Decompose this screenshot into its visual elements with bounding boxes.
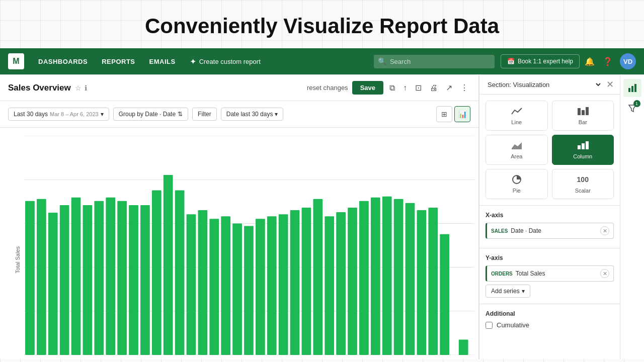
nav-emails[interactable]: EMAILS — [143, 55, 182, 68]
right-panel: Section: Visualization ✕ Line — [479, 75, 620, 359]
svg-rect-20 — [117, 201, 127, 355]
svg-rect-33 — [267, 216, 277, 355]
viz-type-pie[interactable]: Pie — [486, 169, 548, 199]
viz-type-scalar[interactable]: 100 Scalar — [552, 169, 614, 199]
column-icon — [577, 140, 589, 150]
group-by-label: Group by Date · Date — [119, 111, 176, 118]
svg-rect-18 — [94, 201, 104, 355]
svg-rect-40 — [348, 208, 357, 355]
filter-label: Filter — [198, 111, 211, 118]
svg-rect-19 — [106, 198, 115, 355]
svg-rect-49 — [459, 340, 468, 355]
viz-type-bar[interactable]: Bar — [552, 101, 614, 131]
svg-rect-70 — [628, 88, 630, 92]
svg-rect-67 — [582, 143, 585, 149]
date-range-button[interactable]: Last 30 days Mar 8 – Apr 6, 2023 ▾ — [8, 108, 109, 121]
nav-dashboards[interactable]: DASHBOARDS — [32, 55, 94, 68]
info-icon[interactable]: ℹ — [85, 84, 87, 92]
filter-button[interactable]: Filter — [192, 108, 217, 121]
bar-icon — [577, 106, 589, 116]
svg-rect-27 — [198, 210, 208, 355]
section-select[interactable]: Section: Visualization — [486, 80, 602, 89]
cumulative-label: Cumulative — [497, 321, 529, 329]
share-icon[interactable]: ↑ — [401, 81, 409, 95]
svg-rect-44 — [394, 199, 404, 355]
sparkle-icon: ✦ — [190, 57, 196, 66]
navbar-logo[interactable]: M — [8, 53, 24, 69]
viz-label-line: Line — [511, 119, 522, 125]
viz-label-bar: Bar — [579, 119, 587, 125]
icon-strip: 1 — [620, 75, 644, 359]
y-axis-label: Total Sales — [15, 246, 21, 274]
y-axis-remove-button[interactable]: ✕ — [600, 269, 609, 278]
reset-changes-button[interactable]: reset changes — [307, 84, 348, 92]
create-custom-report-button[interactable]: ✦ Create custom report — [184, 54, 267, 69]
visualization-icon[interactable] — [623, 79, 641, 97]
svg-rect-22 — [140, 205, 150, 355]
star-icon[interactable]: ☆ — [75, 84, 82, 92]
svg-rect-45 — [406, 203, 415, 355]
more-options-icon[interactable]: ⋮ — [458, 81, 470, 95]
date-range-label: Last 30 days — [14, 111, 48, 118]
search-wrap: 🔍 — [374, 55, 495, 68]
save-button[interactable]: Save — [352, 81, 383, 95]
chart-area: Total Sales 10k 8k 6k 4k 2k 0 — [0, 128, 478, 359]
svg-rect-32 — [256, 219, 265, 355]
svg-rect-64 — [582, 110, 585, 115]
svg-rect-41 — [359, 201, 369, 355]
svg-rect-71 — [631, 86, 633, 92]
viz-type-area[interactable]: Area — [486, 135, 548, 165]
chevron-down-icon: ▾ — [101, 111, 104, 118]
filter-strip-icon[interactable]: 1 — [623, 99, 641, 117]
add-series-button[interactable]: Add series ▾ — [486, 285, 530, 298]
svg-rect-47 — [428, 208, 438, 355]
viz-label-scalar: Scalar — [575, 188, 591, 194]
book-expert-button[interactable]: 📅 Book 1:1 expert help — [501, 54, 580, 68]
x-axis-value: Date · Date — [511, 227, 600, 234]
nav-reports[interactable]: REPORTS — [96, 55, 141, 68]
report-header-icons: ☆ ℹ — [75, 84, 87, 92]
svg-rect-43 — [382, 197, 392, 355]
table-view-button[interactable]: ⊞ — [436, 106, 452, 122]
cumulative-checkbox[interactable] — [486, 322, 493, 329]
svg-rect-13 — [37, 199, 46, 355]
svg-rect-29 — [221, 216, 230, 355]
x-axis-remove-button[interactable]: ✕ — [600, 226, 609, 235]
chevron-down-icon-2: ▾ — [275, 111, 278, 118]
svg-rect-35 — [290, 210, 300, 355]
additional-section: Additional Cumulative — [479, 304, 620, 335]
search-icon: 🔍 — [378, 57, 386, 65]
notifications-button[interactable]: 🔔 — [582, 53, 598, 69]
viz-label-column: Column — [573, 153, 592, 159]
filter-badge: 1 — [633, 100, 640, 107]
external-link-icon[interactable]: ↗ — [444, 81, 454, 95]
svg-rect-23 — [152, 190, 162, 355]
help-button[interactable]: ❓ — [600, 53, 616, 69]
svg-rect-15 — [60, 205, 69, 355]
svg-rect-12 — [25, 201, 35, 355]
add-series-label: Add series — [491, 288, 520, 295]
svg-rect-46 — [417, 210, 427, 355]
date-filter-button[interactable]: Date last 30 days ▾ — [221, 108, 284, 121]
svg-rect-31 — [244, 226, 254, 355]
search-input[interactable] — [374, 55, 495, 68]
navbar: M DASHBOARDS REPORTS EMAILS ✦ Create cus… — [0, 48, 644, 74]
sort-icon: ⇅ — [178, 111, 183, 118]
viz-type-column[interactable]: Column — [552, 135, 614, 165]
y-axis-field: ORDERS Total Sales ✕ — [486, 265, 614, 282]
chart-view-button[interactable]: 📊 — [454, 106, 470, 122]
embed-icon[interactable]: ⊡ — [413, 81, 424, 95]
right-panel-header: Section: Visualization ✕ — [479, 75, 620, 95]
close-panel-button[interactable]: ✕ — [606, 79, 614, 90]
print-icon[interactable]: 🖨 — [428, 81, 440, 95]
area-icon — [511, 140, 523, 150]
group-by-button[interactable]: Group by Date · Date ⇅ — [113, 108, 188, 121]
avatar[interactable]: VD — [620, 53, 636, 69]
viz-label-pie: Pie — [513, 188, 521, 194]
y-axis-value: Total Sales — [516, 270, 600, 277]
viz-type-line[interactable]: Line — [486, 101, 548, 131]
view-toggle: ⊞ 📊 — [436, 106, 470, 122]
calendar-icon: 📅 — [507, 58, 515, 65]
cumulative-row: Cumulative — [486, 321, 614, 329]
duplicate-icon[interactable]: ⧉ — [387, 81, 397, 95]
